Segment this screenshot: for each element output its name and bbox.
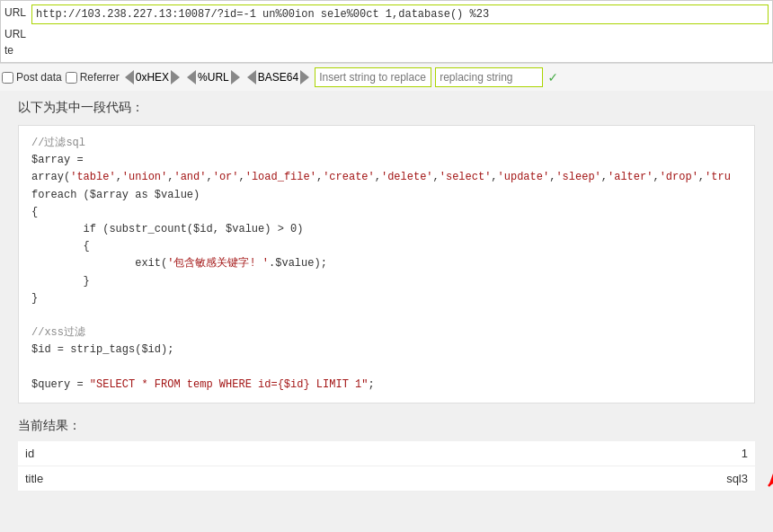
result-key-id: id <box>18 441 369 466</box>
post-data-checkbox-label[interactable]: Post data <box>2 71 62 84</box>
code-line-8: } <box>31 273 742 290</box>
top-section: URL URL te <box>0 0 773 63</box>
code-line-1: //过滤sql <box>31 135 742 152</box>
arrow-left-icon <box>125 70 134 84</box>
code-line-12: $id = strip_tags($id); <box>31 341 742 359</box>
code-line-11: //xss过滤 <box>31 324 742 341</box>
insert-replace-input[interactable] <box>315 67 431 87</box>
table-row: title sql3 <box>18 466 755 491</box>
base64-label: BASE64 <box>256 71 300 84</box>
toolbar: Post data Referrer 0xHEX %URL BASE64 ✓ <box>0 63 773 91</box>
results-title: 当前结果： <box>18 418 755 434</box>
code-line-7: exit('包含敏感关键字! '.$value); <box>31 255 742 272</box>
insert-replacing-input[interactable] <box>435 67 543 87</box>
svg-line-1 <box>769 448 773 486</box>
arrow-right-icon <box>171 70 180 84</box>
result-value-title: sql3 <box>369 466 755 491</box>
url-input[interactable] <box>31 4 769 24</box>
red-arrow-icon <box>728 439 773 502</box>
code-line-13 <box>31 359 742 376</box>
code-line-9: } <box>31 290 742 307</box>
code-line-3: foreach ($array as $value) <box>31 187 742 204</box>
referrer-checkbox-label[interactable]: Referrer <box>66 71 120 84</box>
referrer-label: Referrer <box>80 71 120 84</box>
arrow-right-icon-3 <box>300 70 309 84</box>
code-line-5: if (substr_count($id, $value) > 0) <box>31 221 742 238</box>
hex-button[interactable]: 0xHEX <box>123 70 182 84</box>
main-content: 以下为其中一段代码： //过滤sql $array = array('table… <box>0 91 773 501</box>
url-encode-button[interactable]: %URL <box>185 70 242 84</box>
confirm-icon[interactable]: ✓ <box>546 68 559 86</box>
table-row: id 1 <box>18 441 755 466</box>
code-line-2: $array = array('table','union','and','or… <box>31 152 742 186</box>
referrer-checkbox[interactable] <box>66 72 77 84</box>
code-line-14: $query = "SELECT * FROM temp WHERE id={$… <box>31 377 742 394</box>
arrow-left-icon-2 <box>187 70 196 84</box>
url-label: URL <box>4 4 31 19</box>
code-line-4: { <box>31 204 742 221</box>
code-line-6: { <box>31 238 742 255</box>
post-data-label: Post data <box>16 71 62 84</box>
base64-button[interactable]: BASE64 <box>245 70 311 84</box>
url-label-2: URL <box>4 26 31 40</box>
url-label-btn: %URL <box>196 71 231 84</box>
post-data-checkbox[interactable] <box>2 72 13 84</box>
result-key-title: title <box>18 466 369 491</box>
url-label-3: te <box>4 42 31 57</box>
arrow-right-icon-2 <box>231 70 240 84</box>
section-title: 以下为其中一段代码： <box>18 100 755 116</box>
result-value-id: 1 <box>369 441 755 466</box>
code-line-10 <box>31 307 742 324</box>
hex-label: 0xHEX <box>134 71 171 84</box>
code-block: //过滤sql $array = array('table','union','… <box>18 125 755 403</box>
results-table: id 1 title sql3 <box>18 441 755 492</box>
arrow-left-icon-3 <box>247 70 256 84</box>
